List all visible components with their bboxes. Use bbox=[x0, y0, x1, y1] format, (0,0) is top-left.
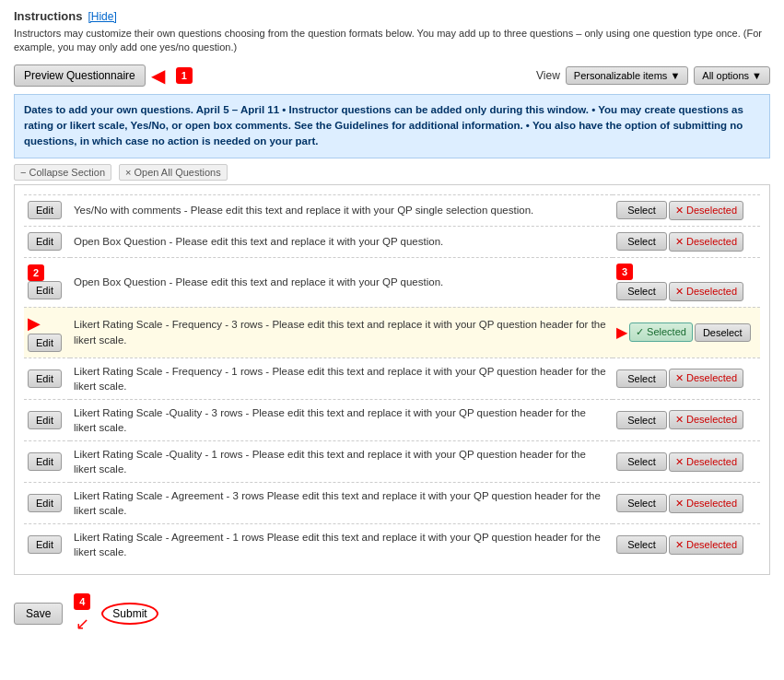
edit-cell-5: Edit bbox=[24, 358, 70, 399]
arrow-annotation-1: ◀ bbox=[151, 64, 165, 87]
table-row: ▶ Edit Likert Rating Scale - Frequency -… bbox=[24, 307, 760, 358]
select-button-2[interactable]: Select bbox=[616, 232, 667, 251]
questions-table: Edit Yes/No with comments - Please edit … bbox=[24, 194, 760, 566]
edit-button-6[interactable]: Edit bbox=[28, 411, 62, 429]
edit-cell-3: 2 Edit bbox=[24, 257, 70, 307]
question-text-8: Likert Rating Scale - Agreement - 3 rows… bbox=[70, 483, 613, 524]
arrow-annotation-2: ▶ bbox=[28, 314, 41, 333]
table-row: Edit Open Box Question - Please edit thi… bbox=[24, 226, 760, 257]
edit-button-5[interactable]: Edit bbox=[28, 369, 62, 388]
table-row: Edit Yes/No with comments - Please edit … bbox=[24, 194, 760, 226]
edit-button-9[interactable]: Edit bbox=[28, 535, 62, 554]
selected-button-4[interactable]: ✓ Selected bbox=[629, 322, 693, 342]
table-row: 2 Edit Open Box Question - Please edit t… bbox=[24, 257, 760, 307]
question-text-4: Likert Rating Scale - Frequency - 3 rows… bbox=[70, 307, 613, 358]
preview-questionnaire-button[interactable]: Preview Questionnaire bbox=[14, 64, 146, 87]
action-cell-5: Select ✕ Deselected bbox=[613, 358, 760, 399]
select-button-1[interactable]: Select bbox=[616, 201, 667, 219]
collapse-section-button[interactable]: − Collapse Section bbox=[14, 164, 111, 181]
personalizable-items-dropdown[interactable]: Personalizable items ▼ bbox=[566, 66, 688, 85]
questions-container: Edit Yes/No with comments - Please edit … bbox=[14, 184, 770, 576]
deselect-button-2[interactable]: ✕ Deselected bbox=[669, 232, 743, 252]
submit-oval: Submit bbox=[101, 603, 158, 625]
instructions-header: Instructions [Hide] bbox=[14, 9, 770, 23]
annotation-badge-2: 2 bbox=[28, 264, 44, 281]
toolbar: Preview Questionnaire ◀ 1 View Personali… bbox=[14, 64, 770, 87]
date-notice: Dates to add your own questions. April 5… bbox=[14, 94, 770, 158]
edit-cell-8: Edit bbox=[24, 483, 70, 524]
action-cell-7: Select ✕ Deselected bbox=[613, 440, 760, 482]
all-options-dropdown[interactable]: All options ▼ bbox=[694, 66, 770, 85]
edit-button-4[interactable]: Edit bbox=[28, 334, 62, 352]
table-row: Edit Likert Rating Scale - Agreement - 1… bbox=[24, 524, 760, 566]
action-cell-8: Select ✕ Deselected bbox=[613, 483, 760, 524]
edit-cell-6: Edit bbox=[24, 399, 70, 440]
instructions-title: Instructions bbox=[14, 9, 82, 23]
view-label: View bbox=[536, 69, 560, 82]
annotation-badge-1: 1 bbox=[176, 67, 193, 84]
hide-link[interactable]: [Hide] bbox=[88, 10, 116, 23]
deselect-button-5[interactable]: ✕ Deselected bbox=[669, 369, 743, 388]
instructions-text: Instructors may customize their own ques… bbox=[14, 27, 770, 55]
view-section: View Personalizable items ▼ All options … bbox=[536, 66, 770, 85]
table-row: Edit Likert Rating Scale -Quality - 1 ro… bbox=[24, 440, 760, 482]
edit-cell-9: Edit bbox=[24, 524, 70, 566]
select-button-6[interactable]: Select bbox=[616, 411, 667, 429]
question-text-2: Open Box Question - Please edit this tex… bbox=[70, 226, 613, 257]
action-cell-9: Select ✕ Deselected bbox=[613, 524, 760, 566]
deselect-button-9[interactable]: ✕ Deselected bbox=[669, 535, 743, 555]
deselect-button-4[interactable]: Deselect bbox=[695, 323, 751, 342]
save-button[interactable]: Save bbox=[14, 603, 63, 625]
select-button-5[interactable]: Select bbox=[616, 369, 667, 388]
edit-button-2[interactable]: Edit bbox=[28, 232, 62, 251]
deselect-button-6[interactable]: ✕ Deselected bbox=[669, 410, 743, 429]
select-button-3[interactable]: Select bbox=[616, 282, 667, 300]
arrow-annotation-4: ↙ bbox=[76, 614, 89, 634]
question-text-1: Yes/No with comments - Please edit this … bbox=[70, 194, 613, 226]
deselect-button-8[interactable]: ✕ Deselected bbox=[669, 494, 743, 513]
edit-cell-1: Edit bbox=[24, 194, 70, 226]
table-row: Edit Likert Rating Scale - Frequency - 1… bbox=[24, 358, 760, 399]
deselect-button-7[interactable]: ✕ Deselected bbox=[669, 452, 743, 472]
open-all-questions-button[interactable]: × Open All Questions bbox=[119, 164, 228, 181]
question-text-7: Likert Rating Scale -Quality - 1 rows - … bbox=[70, 440, 613, 482]
question-text-6: Likert Rating Scale -Quality - 3 rows - … bbox=[70, 399, 613, 440]
submit-button[interactable]: Submit bbox=[112, 607, 146, 620]
footer-section: Save 4 ↙ Submit bbox=[14, 588, 770, 639]
action-cell-6: Select ✕ Deselected bbox=[613, 399, 760, 440]
question-text-3: Open Box Question - Please edit this tex… bbox=[70, 257, 613, 307]
select-button-9[interactable]: Select bbox=[616, 535, 667, 554]
table-row: Edit Likert Rating Scale -Quality - 3 ro… bbox=[24, 399, 760, 440]
deselect-button-1[interactable]: ✕ Deselected bbox=[669, 201, 743, 220]
section-controls: − Collapse Section × Open All Questions bbox=[14, 164, 770, 181]
edit-button-8[interactable]: Edit bbox=[28, 494, 62, 512]
annotation-badge-3: 3 bbox=[616, 264, 633, 280]
main-page: Instructions [Hide] Instructors may cust… bbox=[0, 0, 784, 649]
arrow-annotation-3: ▶ bbox=[616, 323, 627, 341]
deselect-button-3[interactable]: ✕ Deselected bbox=[669, 282, 743, 301]
action-cell-3: 3 Select ✕ Deselected bbox=[613, 257, 760, 307]
edit-button-1[interactable]: Edit bbox=[28, 201, 62, 219]
select-button-7[interactable]: Select bbox=[616, 452, 667, 471]
edit-button-3[interactable]: Edit bbox=[28, 281, 62, 299]
table-row: Edit Likert Rating Scale - Agreement - 3… bbox=[24, 483, 760, 524]
question-text-5: Likert Rating Scale - Frequency - 1 rows… bbox=[70, 358, 613, 399]
edit-button-7[interactable]: Edit bbox=[28, 452, 62, 471]
action-cell-4: ▶ ✓ Selected Deselect bbox=[613, 307, 760, 358]
select-button-8[interactable]: Select bbox=[616, 494, 667, 512]
edit-cell-4: ▶ Edit bbox=[24, 307, 70, 358]
action-cell-1: Select ✕ Deselected bbox=[613, 194, 760, 226]
action-cell-2: Select ✕ Deselected bbox=[613, 226, 760, 257]
edit-cell-2: Edit bbox=[24, 226, 70, 257]
annotation-badge-4: 4 bbox=[74, 593, 90, 610]
edit-cell-7: Edit bbox=[24, 440, 70, 482]
question-text-9: Likert Rating Scale - Agreement - 1 rows… bbox=[70, 524, 613, 566]
